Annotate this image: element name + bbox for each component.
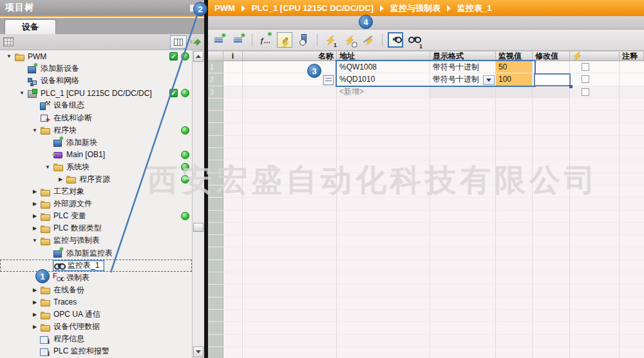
tab-devices[interactable]: 设备 xyxy=(5,19,56,34)
cell-monitor-value[interactable] xyxy=(496,136,533,148)
cell-modify-enable[interactable] xyxy=(570,310,620,322)
cell-address[interactable] xyxy=(337,297,430,310)
cell-address[interactable] xyxy=(337,111,430,123)
cell-format[interactable] xyxy=(430,347,496,358)
tree-item-监控表_1[interactable]: 监控表_1 xyxy=(0,259,192,272)
cell-monitor-value[interactable] xyxy=(496,272,533,285)
cell-modify-value[interactable] xyxy=(533,285,570,297)
cell-i[interactable] xyxy=(223,211,243,223)
sync-online-icon[interactable] xyxy=(191,37,201,46)
cell-modify-enable[interactable] xyxy=(570,136,620,148)
scroll-handle[interactable] xyxy=(193,223,204,232)
cell-monitor-value[interactable] xyxy=(496,247,533,259)
tree-item-OPC-UA-通信[interactable]: ▶OPC UA 通信 xyxy=(0,308,192,321)
cell-i[interactable] xyxy=(223,297,243,310)
cell-comment[interactable] xyxy=(620,148,644,160)
cell-modify-value[interactable] xyxy=(533,322,570,334)
modify-enable-checkbox[interactable] xyxy=(582,63,589,71)
cell-address[interactable] xyxy=(337,148,430,160)
scroll-down-button[interactable] xyxy=(193,346,204,357)
column-header-modify-value[interactable]: 修改值 xyxy=(533,52,570,61)
cell-modify-value[interactable] xyxy=(533,297,570,310)
cell-format[interactable] xyxy=(430,211,496,223)
cell-monitor-value[interactable] xyxy=(496,260,533,272)
cell-format[interactable] xyxy=(430,99,496,111)
cell-modify-enable[interactable] xyxy=(570,260,620,272)
cell-modify-value[interactable] xyxy=(533,223,570,235)
tree-item-Traces[interactable]: ▶Traces xyxy=(0,296,192,308)
cell-format[interactable] xyxy=(430,111,496,123)
expand-arrow-icon[interactable]: ▼ xyxy=(4,53,14,59)
cell-modify-enable[interactable] xyxy=(570,86,620,99)
cell-modify-enable[interactable] xyxy=(570,272,620,285)
cell-monitor-value[interactable] xyxy=(496,347,533,358)
cell-monitor-value[interactable] xyxy=(496,235,533,247)
cell-monitor-value[interactable] xyxy=(496,322,533,334)
cell-i[interactable] xyxy=(223,136,243,148)
cell-address[interactable] xyxy=(337,335,430,347)
cell-modify-enable[interactable] xyxy=(570,211,620,223)
cell-name[interactable] xyxy=(243,211,337,223)
cell-address[interactable] xyxy=(337,285,430,297)
cell-address[interactable] xyxy=(337,99,430,111)
column-header-name[interactable]: 名称 xyxy=(243,52,337,61)
cell-comment[interactable] xyxy=(620,99,644,111)
cell-format[interactable] xyxy=(430,272,496,285)
cell-comment[interactable] xyxy=(620,211,644,223)
cell-comment[interactable] xyxy=(620,123,644,135)
cell-comment[interactable] xyxy=(620,235,644,247)
column-header-format[interactable]: 显示格式 xyxy=(430,52,496,61)
cell-monitor-value[interactable] xyxy=(496,335,533,347)
tree-item-强制表[interactable]: 强制表 xyxy=(0,272,192,284)
cell-address[interactable] xyxy=(337,322,430,334)
cell-format[interactable] xyxy=(430,297,496,310)
cell-format[interactable] xyxy=(430,235,496,247)
collapse-arrow-icon[interactable]: ▶ xyxy=(30,312,40,317)
cell-format[interactable] xyxy=(430,86,496,99)
cell-monitor-value[interactable] xyxy=(496,111,533,123)
cell-modify-value[interactable] xyxy=(533,247,570,259)
tree-scrollbar[interactable] xyxy=(192,50,204,358)
cell-address[interactable]: %QW1008 xyxy=(337,61,430,73)
expanded-mode-icon[interactable] xyxy=(277,32,292,48)
cell-comment[interactable] xyxy=(620,223,644,235)
cell-modify-value[interactable] xyxy=(533,148,570,160)
cell-format[interactable] xyxy=(430,247,496,259)
cell-monitor-value[interactable] xyxy=(496,99,533,111)
cell-monitor-value[interactable] xyxy=(496,297,533,310)
collapse-arrow-icon[interactable]: ▶ xyxy=(30,225,40,231)
cell-format[interactable]: 带符号十进制 xyxy=(430,61,496,73)
cell-name[interactable] xyxy=(243,347,337,358)
cell-name[interactable] xyxy=(243,111,337,123)
cell-monitor-value[interactable]: 50 xyxy=(496,61,533,73)
tree-item-程序块[interactable]: ▼程序块 xyxy=(0,124,192,137)
cell-modify-enable[interactable] xyxy=(570,148,620,160)
cell-i[interactable] xyxy=(223,99,243,111)
scroll-up-button[interactable] xyxy=(193,51,204,62)
insert-function-icon[interactable] xyxy=(258,32,273,48)
modify-enable-checkbox[interactable] xyxy=(582,75,589,83)
cell-modify-enable[interactable] xyxy=(570,73,620,86)
cell-monitor-value[interactable] xyxy=(496,223,533,235)
cell-name[interactable] xyxy=(243,136,337,148)
cell-monitor-value[interactable] xyxy=(496,86,533,99)
cell-comment[interactable] xyxy=(620,61,644,73)
cell-modify-value[interactable] xyxy=(533,260,570,272)
cell-address[interactable] xyxy=(337,136,430,148)
collapse-arrow-icon[interactable]: ▶ xyxy=(30,324,40,330)
breadcrumb-segment[interactable]: 监控表_1 xyxy=(457,3,491,14)
cell-format[interactable] xyxy=(430,310,496,322)
cell-comment[interactable] xyxy=(620,347,644,358)
cell-monitor-value[interactable] xyxy=(496,148,533,160)
cell-modify-value[interactable] xyxy=(533,310,570,322)
cell-monitor-value[interactable] xyxy=(496,310,533,322)
collapse-arrow-icon[interactable]: ▶ xyxy=(30,287,40,293)
collapse-arrow-icon[interactable]: ▶ xyxy=(30,213,40,219)
cell-comment[interactable] xyxy=(620,322,644,334)
tree-item-设备和网络[interactable]: 设备和网络 xyxy=(0,75,192,87)
cell-comment[interactable] xyxy=(620,285,644,297)
cell-name[interactable] xyxy=(243,322,337,334)
cell-format[interactable] xyxy=(430,223,496,235)
collapse-arrow-icon[interactable]: ▶ xyxy=(30,189,40,194)
cell-modify-enable[interactable] xyxy=(570,247,620,259)
